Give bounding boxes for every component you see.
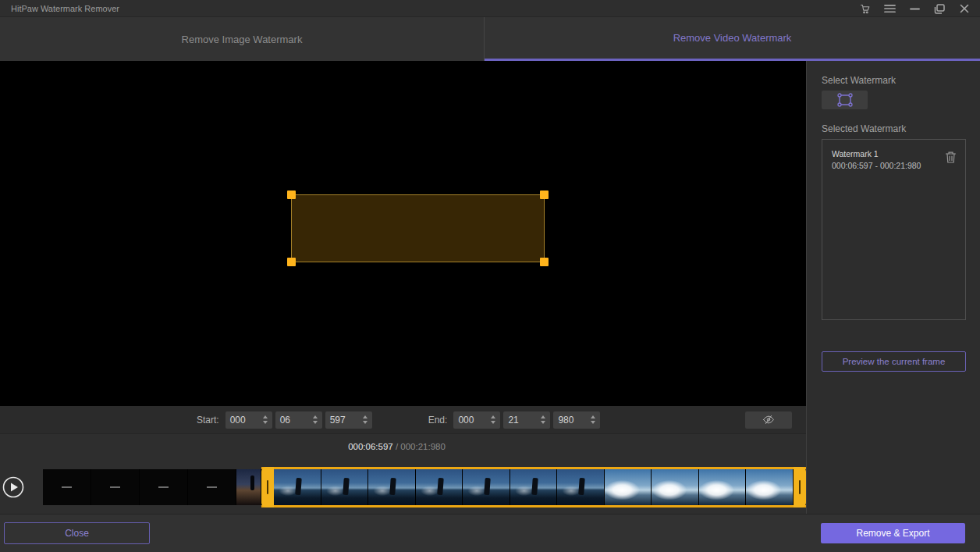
watermark-time-range: 000:06:597 - 000:21:980 [832, 161, 956, 170]
footer-bar: Close Remove & Export [0, 514, 980, 552]
app-window: HitPaw Watermark Remover [0, 0, 980, 552]
timeline-thumbnail [746, 469, 794, 505]
spinner-up-down-buttons[interactable] [313, 415, 318, 424]
watermark-selection-rect[interactable] [291, 194, 545, 262]
spinner-up-down-buttons[interactable] [591, 415, 595, 424]
current-time: 000:06:597 [348, 442, 393, 451]
trash-icon [945, 151, 957, 164]
main-area: Start: 000 06 597 End: [0, 61, 980, 514]
resize-handle-top-right[interactable] [540, 191, 549, 199]
timeline-selected-range[interactable] [261, 467, 806, 507]
timeline-thumbnail [140, 469, 188, 505]
timeline-thumbnail [236, 469, 261, 505]
timeline-thumbnail [321, 469, 369, 505]
timeline-thumbnail [368, 469, 416, 505]
minimize-icon[interactable] [908, 2, 921, 15]
maximize-icon[interactable] [933, 2, 946, 15]
title-bar: HitPaw Watermark Remover [0, 0, 980, 17]
start-milliseconds-value: 597 [330, 415, 346, 426]
end-milliseconds-input[interactable]: 980 [553, 411, 600, 429]
play-button[interactable] [2, 476, 24, 498]
tab-remove-video-watermark[interactable]: Remove Video Watermark [485, 17, 980, 61]
timeline-thumbnail [91, 469, 140, 505]
watermark-name: Watermark 1 [832, 149, 956, 158]
end-milliseconds-value: 980 [558, 415, 573, 426]
selected-watermark-list: Watermark 1 000:06:597 - 000:21:980 [822, 139, 966, 320]
mode-tabs: Remove Image Watermark Remove Video Wate… [0, 17, 980, 61]
spinner-up-down-buttons[interactable] [491, 415, 495, 424]
time-display: 000:06:597 / 000:21:980 [0, 434, 806, 459]
time-range-controls: Start: 000 06 597 End: [0, 406, 806, 434]
window-controls [858, 0, 971, 17]
hide-watermark-button[interactable] [745, 411, 792, 429]
start-minutes-input[interactable]: 000 [225, 411, 272, 429]
start-seconds-value: 06 [280, 415, 290, 426]
selected-watermark-label: Selected Watermark [822, 123, 906, 134]
timeline [0, 459, 806, 514]
marquee-select-icon [836, 92, 854, 108]
timeline-thumbnail [43, 469, 91, 505]
start-label: Start: [197, 415, 219, 426]
range-start-handle[interactable] [261, 467, 274, 507]
cart-icon[interactable] [858, 2, 871, 15]
total-time: 000:21:980 [400, 442, 446, 451]
end-minutes-value: 000 [458, 415, 474, 426]
watermark-list-item[interactable]: Watermark 1 000:06:597 - 000:21:980 [822, 140, 965, 170]
timeline-thumbnail [463, 469, 510, 505]
end-spinners: 000 21 980 [453, 411, 600, 429]
remove-export-button[interactable]: Remove & Export [821, 523, 965, 543]
editor-column: Start: 000 06 597 End: [0, 61, 806, 514]
play-icon [2, 476, 24, 498]
timeline-selection-thumbs [274, 469, 794, 505]
spinner-up-down-buttons[interactable] [363, 415, 368, 424]
start-minutes-value: 000 [230, 415, 246, 426]
timeline-thumbnail [605, 469, 652, 505]
timeline-thumbnail [652, 469, 699, 505]
select-watermark-label: Select Watermark [822, 75, 896, 86]
resize-handle-top-left[interactable] [287, 191, 296, 199]
menu-icon[interactable] [883, 2, 896, 15]
timeline-strip[interactable] [43, 469, 806, 505]
timeline-thumbnail [416, 469, 463, 505]
time-separator: / [393, 442, 401, 451]
timeline-thumbnail [557, 469, 605, 505]
tab-remove-image-watermark[interactable]: Remove Image Watermark [0, 17, 485, 61]
sidebar: Select Watermark Selected Watermark Wate… [806, 61, 980, 514]
start-milliseconds-input[interactable]: 597 [325, 411, 372, 429]
window-title: HitPaw Watermark Remover [11, 4, 119, 13]
timeline-thumbnail [188, 469, 236, 505]
resize-handle-bottom-left[interactable] [287, 258, 296, 266]
close-icon[interactable] [958, 2, 971, 15]
range-end-handle[interactable] [794, 467, 806, 507]
spinner-up-down-buttons[interactable] [263, 415, 268, 424]
end-label: End: [428, 415, 448, 426]
marquee-select-tool-button[interactable] [822, 91, 868, 109]
timeline-thumbnail [699, 469, 747, 505]
close-button[interactable]: Close [4, 522, 150, 544]
end-seconds-value: 21 [508, 415, 518, 426]
start-seconds-input[interactable]: 06 [275, 411, 322, 429]
spinner-up-down-buttons[interactable] [541, 415, 545, 424]
preview-current-frame-button[interactable]: Preview the current frame [822, 351, 966, 372]
video-preview[interactable] [0, 61, 806, 406]
hide-watermark-eye-icon [760, 413, 777, 426]
end-seconds-input[interactable]: 21 [503, 411, 550, 429]
delete-watermark-button[interactable] [945, 151, 957, 165]
timeline-thumbnail [274, 469, 321, 505]
start-spinners: 000 06 597 [225, 411, 372, 429]
timeline-pre-thumbs [43, 469, 261, 505]
timeline-thumbnail [510, 469, 558, 505]
end-minutes-input[interactable]: 000 [453, 411, 500, 429]
resize-handle-bottom-right[interactable] [540, 258, 549, 266]
